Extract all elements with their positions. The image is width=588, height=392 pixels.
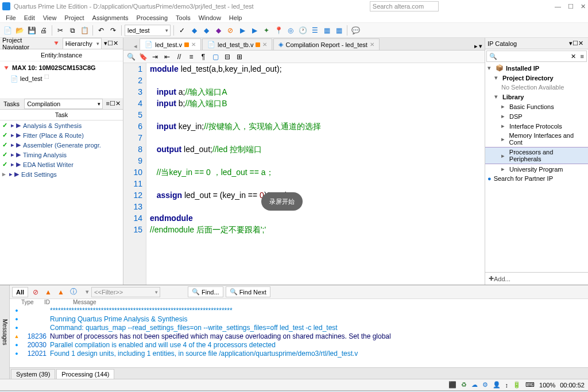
ed-template-icon[interactable]: ▢ (210, 52, 220, 62)
ed-find-icon[interactable]: 🔍 (126, 52, 136, 62)
settings-icon[interactable]: ✓ (177, 25, 187, 36)
menu-project[interactable]: Project (61, 13, 87, 22)
task-item[interactable]: ✓▸ ▶Assembler (Generate progr. (0, 140, 123, 150)
menu-help[interactable]: Help (226, 13, 246, 22)
rtl-viewer-icon[interactable]: ▦ (334, 25, 344, 36)
ip-installed-node[interactable]: ▾📦 Installed IP (485, 63, 588, 73)
fitter-icon[interactable]: ◆ (213, 25, 223, 36)
search-options-icon[interactable]: ≡ (578, 53, 586, 60)
pin-icon[interactable]: 📍 (273, 25, 284, 36)
analyze-icon[interactable]: ◆ (201, 25, 211, 36)
messages-list[interactable]: ●***************************************… (10, 305, 588, 367)
ip-project-dir-node[interactable]: ▾Project Directory (485, 73, 588, 83)
new-file-icon[interactable]: 📄 (2, 25, 13, 36)
ed-indent-icon[interactable]: ⇥ (150, 52, 160, 62)
minimize-button[interactable]: — (555, 3, 561, 10)
clock-icon[interactable]: 🕐 (297, 25, 308, 36)
maximize-button[interactable]: ☐ (568, 3, 574, 10)
menu-tools[interactable]: Tools (172, 13, 194, 22)
tab-close-icon[interactable]: ✕ (370, 41, 374, 48)
msg-filter-warn-icon[interactable]: ▲ (43, 287, 53, 297)
msg-tab-system[interactable]: System (39) (11, 369, 55, 379)
panel-options-icon[interactable]: ▾☐✕ (567, 40, 586, 47)
tab-compilation-report[interactable]: ◈ Compilation Report - led_test ✕ (273, 38, 379, 50)
help-search-input[interactable]: Search altera.com (370, 1, 439, 11)
code-editor[interactable]: 1 2 3 4 5 6 7 8 9 10 11 12 13 14 15 modu… (123, 63, 485, 285)
chip-icon[interactable]: ◎ (285, 25, 296, 36)
programmer-icon[interactable]: ▦ (322, 25, 332, 36)
tab-close-icon[interactable]: ✕ (262, 41, 267, 48)
ip-item-interface[interactable]: ▸Interface Protocols (485, 121, 588, 131)
tab-scroll-left-icon[interactable]: ◂ (131, 42, 140, 50)
task-item[interactable]: ▸▸ ▶Edit Settings (0, 169, 123, 179)
module-select[interactable]: led_test (125, 25, 171, 36)
panel-options-icon[interactable]: ▾☐✕ (102, 40, 121, 47)
msg-filter-all[interactable]: All (12, 287, 28, 297)
menu-edit[interactable]: Edit (21, 13, 38, 22)
tab-list-icon[interactable]: ▾ (479, 42, 482, 50)
close-button[interactable]: ✕ (581, 3, 586, 10)
stop-icon[interactable]: ⊘ (225, 25, 235, 36)
message-row[interactable]: ▲18236Number of processors has not been … (12, 332, 586, 341)
msg-filter-error-icon[interactable]: ⊘ (30, 287, 41, 297)
msg-tab-processing[interactable]: Processing (144) (56, 369, 114, 379)
clear-search-icon[interactable]: ✕ (568, 53, 578, 60)
ip-library-node[interactable]: ▾Library (485, 92, 588, 102)
redo-icon[interactable]: ↷ (108, 25, 118, 36)
root-module-node[interactable]: 📄 led_test ⬚ (2, 72, 121, 83)
save-icon[interactable]: 💾 (26, 25, 37, 36)
replay-icon[interactable]: ▶ (249, 25, 260, 36)
device-node[interactable]: 🔻 MAX 10: 10M02SCM153C8G (2, 64, 121, 72)
menu-assignments[interactable]: Assignments (89, 13, 132, 22)
ed-bookmark-icon[interactable]: 🔖 (138, 52, 148, 62)
cut-icon[interactable]: ✂ (55, 25, 65, 36)
task-item[interactable]: ✓▸ ▶Analysis & Synthesis (0, 121, 123, 130)
tasks-options-icon[interactable]: ≡☐✕ (104, 100, 123, 107)
message-row[interactable]: ●20030Parallel compilation is enabled an… (12, 341, 586, 350)
ed-comment-icon[interactable]: // (174, 52, 184, 62)
ip-search-input[interactable]: 🔍 ✕ ≡ (486, 51, 587, 62)
tasks-flow-select[interactable]: Compilation (24, 99, 102, 109)
report-icon[interactable]: ☰ (310, 25, 320, 36)
paste-icon[interactable]: 📋 (79, 25, 90, 36)
message-row[interactable]: ●***************************************… (12, 306, 586, 315)
ip-item-dsp[interactable]: ▸DSP (485, 111, 588, 121)
ip-item-basic[interactable]: ▸Basic Functions (485, 102, 588, 111)
hierarchy-select[interactable]: Hierarchy (63, 38, 102, 49)
menu-window[interactable]: Window (195, 13, 225, 22)
ip-item-memory[interactable]: ▸Memory Interfaces and Cont (485, 131, 588, 147)
print-icon[interactable]: 🖨 (38, 25, 49, 36)
ip-item-university[interactable]: ▸University Program (485, 164, 588, 174)
msg-filter-crit-icon[interactable]: ▲ (56, 287, 66, 297)
task-item[interactable]: ✓▸ ▶EDA Netlist Writer (0, 160, 123, 169)
undo-icon[interactable]: ↶ (96, 25, 106, 36)
message-row[interactable]: ●12021Found 1 design units, including 1 … (12, 350, 586, 358)
source-text[interactable]: module led_test(a,b,key_in,led_out); inp… (146, 63, 485, 285)
tab-led-test[interactable]: 📄 led_test.v ✕ (140, 38, 201, 50)
copy-icon[interactable]: ⧉ (67, 25, 78, 36)
msg-find-next-button[interactable]: 🔍 Find Next (226, 286, 270, 297)
chat-icon[interactable]: 💬 (350, 25, 361, 36)
ed-collapse-icon[interactable]: ⊟ (222, 52, 233, 62)
menu-view[interactable]: View (40, 13, 60, 22)
message-row[interactable]: ●Command: quartus_map --read_settings_fi… (12, 324, 586, 332)
menu-file[interactable]: File (2, 13, 20, 22)
ed-outdent-icon[interactable]: ⇤ (162, 52, 172, 62)
ip-search-partner[interactable]: ● Search for Partner IP (485, 174, 588, 183)
ed-expand-icon[interactable]: ⊞ (234, 52, 245, 62)
messages-vtab[interactable]: Messages (0, 285, 10, 379)
ip-add-button[interactable]: ✚ Add... (485, 272, 588, 285)
ed-uncomment-icon[interactable]: ≡ (186, 52, 196, 62)
open-file-icon[interactable]: 📂 (14, 25, 25, 36)
tab-scroll-right-icon[interactable]: ▸ (474, 42, 478, 50)
zoom-level[interactable]: 100% (539, 382, 555, 389)
message-row[interactable]: ●Running Quartus Prime Analysis & Synthe… (12, 315, 586, 324)
task-item[interactable]: ✓▸ ▶Timing Analysis (0, 150, 123, 160)
ed-format-icon[interactable]: ¶ (198, 52, 208, 62)
msg-filter-input[interactable]: <<Filter>> (91, 287, 160, 297)
timing-icon[interactable]: ✦ (261, 25, 272, 36)
msg-filter-info-icon[interactable]: ⓘ (68, 287, 79, 297)
tab-led-test-tb[interactable]: 📄 led_test_tb.v ✕ (202, 38, 272, 50)
task-item[interactable]: ✓▸ ▶Fitter (Place & Route) (0, 130, 123, 140)
msg-find-button[interactable]: 🔍 Find... (188, 286, 223, 297)
